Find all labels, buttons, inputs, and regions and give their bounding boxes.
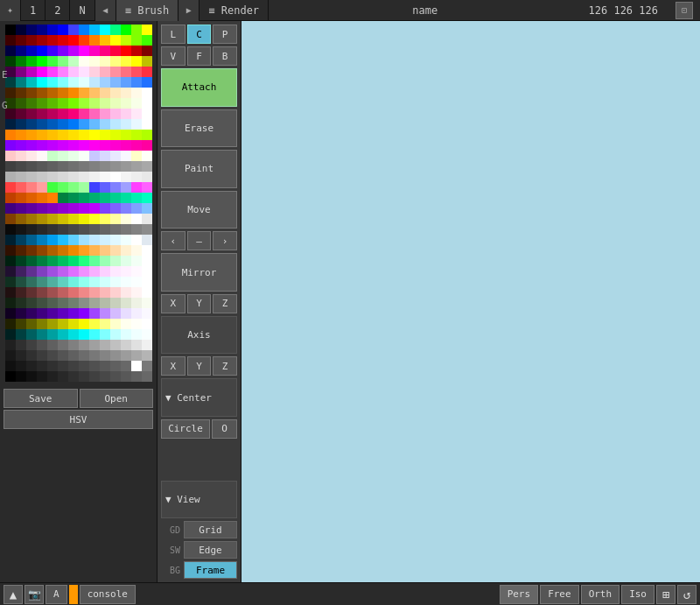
color-cell[interactable] bbox=[26, 298, 37, 308]
color-cell[interactable] bbox=[131, 140, 142, 151]
circle-button[interactable]: Circle bbox=[161, 419, 210, 439]
color-cell[interactable] bbox=[121, 88, 131, 98]
color-cell[interactable] bbox=[89, 193, 100, 203]
color-cell[interactable] bbox=[68, 67, 79, 77]
color-cell[interactable] bbox=[68, 25, 79, 35]
color-cell[interactable] bbox=[131, 182, 142, 193]
expand-btn[interactable]: ⊡ bbox=[676, 2, 693, 19]
color-cell[interactable] bbox=[5, 277, 16, 287]
color-cell[interactable] bbox=[131, 25, 142, 35]
color-cell[interactable] bbox=[79, 298, 89, 308]
color-cell[interactable] bbox=[68, 277, 79, 287]
color-cell[interactable] bbox=[16, 140, 26, 151]
color-cell[interactable] bbox=[89, 67, 100, 77]
color-cell[interactable] bbox=[47, 88, 58, 98]
color-cell[interactable] bbox=[110, 361, 121, 371]
color-cell[interactable] bbox=[37, 319, 47, 329]
color-cell[interactable] bbox=[79, 224, 89, 235]
tab-n[interactable]: N bbox=[70, 0, 94, 21]
color-cell[interactable] bbox=[47, 109, 58, 119]
color-cell[interactable] bbox=[47, 340, 58, 350]
color-cell[interactable] bbox=[121, 35, 131, 46]
color-cell[interactable] bbox=[16, 203, 26, 214]
color-cell[interactable] bbox=[58, 224, 68, 235]
color-cell[interactable] bbox=[142, 161, 152, 172]
l-button[interactable]: L bbox=[161, 25, 186, 44]
color-cell[interactable] bbox=[131, 277, 142, 287]
color-cell[interactable] bbox=[100, 172, 110, 182]
color-cell[interactable] bbox=[110, 25, 121, 35]
color-cell[interactable] bbox=[47, 46, 58, 56]
color-cell[interactable] bbox=[121, 161, 131, 172]
color-cell[interactable] bbox=[121, 98, 131, 109]
tab-1[interactable]: 1 bbox=[21, 0, 46, 21]
color-cell[interactable] bbox=[89, 319, 100, 329]
color-cell[interactable] bbox=[121, 371, 131, 382]
color-cell[interactable] bbox=[58, 361, 68, 371]
color-cell[interactable] bbox=[142, 203, 152, 214]
color-cell[interactable] bbox=[5, 361, 16, 371]
color-cell[interactable] bbox=[58, 130, 68, 140]
color-cell[interactable] bbox=[68, 371, 79, 382]
color-cell[interactable] bbox=[58, 98, 68, 109]
color-cell[interactable] bbox=[110, 203, 121, 214]
color-cell[interactable] bbox=[89, 46, 100, 56]
color-cell[interactable] bbox=[26, 109, 37, 119]
color-cell[interactable] bbox=[131, 77, 142, 88]
color-cell[interactable] bbox=[16, 224, 26, 235]
right-arrow-icon[interactable]: ▶ bbox=[178, 0, 200, 21]
color-cell[interactable] bbox=[26, 46, 37, 56]
color-cell[interactable] bbox=[89, 88, 100, 98]
color-cell[interactable] bbox=[142, 287, 152, 298]
color-cell[interactable] bbox=[110, 88, 121, 98]
color-cell[interactable] bbox=[142, 88, 152, 98]
color-cell[interactable] bbox=[47, 308, 58, 319]
color-cell[interactable] bbox=[79, 329, 89, 340]
color-cell[interactable] bbox=[142, 130, 152, 140]
color-cell[interactable] bbox=[58, 340, 68, 350]
color-cell[interactable] bbox=[131, 350, 142, 361]
color-cell[interactable] bbox=[5, 287, 16, 298]
color-cell[interactable] bbox=[26, 245, 37, 256]
color-cell[interactable] bbox=[16, 245, 26, 256]
color-cell[interactable] bbox=[121, 224, 131, 235]
color-cell[interactable] bbox=[142, 361, 152, 371]
color-cell[interactable] bbox=[100, 25, 110, 35]
color-cell[interactable] bbox=[58, 277, 68, 287]
color-cell[interactable] bbox=[131, 266, 142, 277]
color-cell[interactable] bbox=[89, 25, 100, 35]
color-cell[interactable] bbox=[47, 361, 58, 371]
color-cell[interactable] bbox=[100, 298, 110, 308]
color-cell[interactable] bbox=[89, 119, 100, 130]
color-cell[interactable] bbox=[100, 98, 110, 109]
color-cell[interactable] bbox=[79, 140, 89, 151]
color-cell[interactable] bbox=[79, 319, 89, 329]
edge-button[interactable]: Edge bbox=[184, 541, 237, 559]
color-cell[interactable] bbox=[79, 35, 89, 46]
color-cell[interactable] bbox=[26, 140, 37, 151]
o-button[interactable]: O bbox=[212, 419, 237, 439]
color-cell[interactable] bbox=[58, 266, 68, 277]
color-cell[interactable] bbox=[79, 308, 89, 319]
color-cell[interactable] bbox=[100, 245, 110, 256]
color-cell[interactable] bbox=[58, 193, 68, 203]
color-cell[interactable] bbox=[37, 46, 47, 56]
color-cell[interactable] bbox=[37, 203, 47, 214]
color-cell[interactable] bbox=[110, 109, 121, 119]
color-cell[interactable] bbox=[68, 182, 79, 193]
color-cell[interactable] bbox=[5, 371, 16, 382]
color-cell[interactable] bbox=[47, 287, 58, 298]
color-cell[interactable] bbox=[26, 161, 37, 172]
color-cell[interactable] bbox=[110, 224, 121, 235]
color-cell[interactable] bbox=[37, 172, 47, 182]
color-cell[interactable] bbox=[47, 224, 58, 235]
color-cell[interactable] bbox=[37, 109, 47, 119]
color-cell[interactable] bbox=[58, 25, 68, 35]
color-cell[interactable] bbox=[58, 161, 68, 172]
color-cell[interactable] bbox=[131, 203, 142, 214]
left-arrow-icon[interactable]: ◀ bbox=[95, 0, 116, 21]
v-button[interactable]: V bbox=[161, 46, 186, 66]
color-cell[interactable] bbox=[58, 88, 68, 98]
color-cell[interactable] bbox=[89, 203, 100, 214]
color-cell[interactable] bbox=[37, 235, 47, 245]
